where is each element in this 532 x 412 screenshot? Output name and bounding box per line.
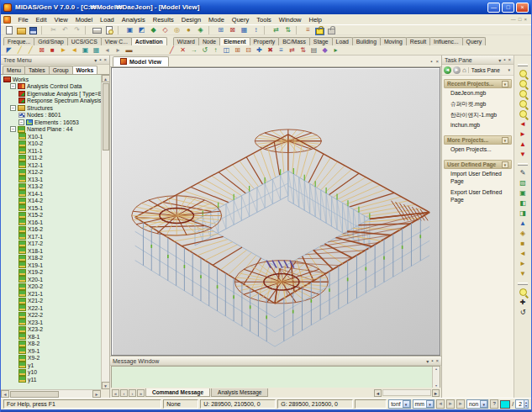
mdi-close-icon[interactable]: × <box>524 17 527 22</box>
collapse-icon[interactable]: − <box>18 119 24 125</box>
tree-item-plane[interactable]: y1 <box>1 362 101 369</box>
tree-item-plane[interactable]: X12-2 <box>1 169 101 177</box>
collapse-icon[interactable]: − <box>10 83 16 89</box>
pan-left-icon[interactable]: ◄ <box>517 119 529 129</box>
user-defined-page-link[interactable]: Import User Defined Page <box>444 169 512 188</box>
collapse-icon[interactable]: − <box>10 105 16 111</box>
toolbar-icon[interactable] <box>296 26 300 34</box>
activate-all-icon[interactable]: ⊠ <box>36 45 47 55</box>
user-defined-page-link[interactable]: Export User Defined Page <box>444 188 512 206</box>
tree-item-plane[interactable]: X10-1 <box>1 133 101 140</box>
tree-item-plane[interactable]: X17-1 <box>1 233 101 240</box>
element-table-icon[interactable]: ▤ <box>308 45 319 55</box>
toolbar-tab[interactable]: Load <box>332 37 353 45</box>
zoom-window-icon[interactable]: ◎ <box>171 25 182 34</box>
section-collapse-icon[interactable]: ▾ <box>502 161 508 168</box>
toolbar-tab[interactable]: Building <box>352 37 381 45</box>
node-snap-icon[interactable]: ⊞ <box>215 25 226 34</box>
display-node-icon[interactable]: ◨ <box>517 209 529 219</box>
tree-item-plane[interactable]: X17-2 <box>1 240 101 248</box>
lock-unlocked-icon[interactable] <box>316 29 324 34</box>
length-unit-select[interactable]: mm ▾ <box>413 399 435 409</box>
message-horizontal-scrollbar[interactable] <box>382 389 431 396</box>
tree-item-eigenvalue[interactable]: Eigenvalue Analysis [ Type=E <box>1 90 101 98</box>
left-view-icon[interactable]: ◄ <box>517 249 529 259</box>
tree-item-structures[interactable]: − Structures <box>1 104 101 112</box>
tree-item-elements[interactable]: − Elements : 16053 <box>1 119 101 126</box>
iso-view-icon[interactable]: ◈ <box>517 229 529 239</box>
toolbar-tab[interactable]: Activation <box>131 37 167 45</box>
tree-item-plane[interactable]: X19-2 <box>1 269 101 277</box>
front-view-icon[interactable]: ▼ <box>517 269 529 279</box>
toolbar-icon[interactable] <box>208 26 213 34</box>
pan-down-icon[interactable]: ▼ <box>517 150 529 160</box>
angle-unit-select[interactable]: non ▾ <box>466 399 488 409</box>
tree-item-plane[interactable]: X16-2 <box>1 226 101 234</box>
open-projects-link[interactable]: Open Projects... <box>444 145 512 156</box>
deactivate-icon[interactable]: ╱ <box>25 45 36 55</box>
strip-pin-icon[interactable]: ▪ <box>430 59 432 64</box>
scroll-thumb[interactable] <box>103 83 109 151</box>
query-element-icon[interactable]: ◆ <box>319 45 330 55</box>
divide-element-icon[interactable]: ⊞ <box>232 45 243 55</box>
lock-locked-icon[interactable] <box>328 29 335 34</box>
renumber-element-icon[interactable]: ⇄ <box>287 45 298 55</box>
menu-item[interactable]: File <box>14 16 32 24</box>
prev-tab-icon[interactable]: ‹ <box>120 389 128 397</box>
pan-right-icon[interactable]: ► <box>517 129 529 140</box>
unit-play-button[interactable]: ► <box>456 399 465 409</box>
toolbar-tab[interactable]: Freque... <box>3 37 34 45</box>
pan-up-icon[interactable]: ▲ <box>517 140 529 150</box>
tree-item-plane[interactable]: X18-2 <box>1 255 101 262</box>
select-single-icon[interactable]: ▣ <box>124 25 135 34</box>
toolbar-tab[interactable]: UCS/GCS <box>67 37 102 45</box>
view-prev-icon[interactable]: ⇄ <box>271 25 282 34</box>
close-button[interactable]: × <box>516 3 529 13</box>
tab-analysis-message[interactable]: Analysis Message <box>211 388 268 397</box>
rotate-element-icon[interactable]: ↺ <box>199 45 210 55</box>
tab-command-message[interactable]: Command Message <box>145 388 210 397</box>
tree-item-plane[interactable]: X21-2 <box>1 298 101 305</box>
unit-prev-button[interactable]: ◄ <box>436 399 445 409</box>
panel-dropdown-icon[interactable]: ▾ <box>498 57 501 63</box>
select-window-icon[interactable]: ◩ <box>136 25 147 34</box>
first-tab-icon[interactable]: « <box>112 389 119 397</box>
force-unit-select[interactable]: tonf ▾ <box>388 399 410 409</box>
tree-item-plane[interactable]: y10 <box>1 369 101 377</box>
view-next-icon[interactable]: ⇅ <box>282 25 293 34</box>
scroll-right-icon[interactable]: ► <box>92 390 101 398</box>
zoom-in-icon[interactable] <box>517 79 529 89</box>
stage-toggle-icon[interactable]: ≡ <box>303 25 313 34</box>
toolbar-icon[interactable] <box>264 26 268 34</box>
tree-tab[interactable]: Works <box>72 66 98 74</box>
tree-item-plane[interactable]: X14-2 <box>1 198 101 205</box>
mdi-restore-icon[interactable]: □ <box>519 17 522 22</box>
scroll-right-icon[interactable]: ► <box>432 389 440 397</box>
section-recent-projects[interactable]: Recent Projects... ▾ <box>444 79 512 88</box>
redraw-right-icon[interactable]: ▸ <box>113 45 124 55</box>
active-highlight-icon[interactable]: ▣ <box>80 45 91 55</box>
section-collapse-icon[interactable]: ▾ <box>502 137 508 144</box>
select-all-icon[interactable]: ◆ <box>148 25 159 34</box>
mdi-minimize-icon[interactable]: — <box>511 17 516 22</box>
create-element-icon[interactable]: ╱ <box>166 45 177 55</box>
panel-close-icon[interactable]: × <box>103 57 107 63</box>
swap-element-icon[interactable]: ⇅ <box>298 45 308 55</box>
spin-down-icon[interactable]: ▾ <box>525 404 527 408</box>
scroll-up-icon[interactable]: ▴ <box>433 367 440 371</box>
menu-item[interactable]: Tools <box>253 16 276 24</box>
mirror-element-icon[interactable]: ◫ <box>221 45 232 55</box>
recent-project-link[interactable]: inchun.mgb <box>444 120 512 131</box>
menu-item[interactable]: Mode <box>205 16 229 24</box>
tree-item-plane[interactable]: X13-2 <box>1 183 101 191</box>
tree-item-plane[interactable]: X14-1 <box>1 190 101 198</box>
ortho-toggle-icon[interactable]: ↕ <box>250 25 261 34</box>
menu-item[interactable]: Load <box>97 16 119 24</box>
zoom-fit-icon[interactable] <box>517 99 529 109</box>
scroll-up-icon[interactable]: ▲ <box>102 75 110 82</box>
tree-item-plane[interactable]: X9-2 <box>1 355 101 362</box>
tree-vertical-scrollbar[interactable]: ▲ ▼ <box>101 75 109 389</box>
task-pane-selector[interactable]: Tasks Pane ▾ <box>468 67 512 73</box>
maximize-button[interactable]: □ <box>502 3 514 13</box>
toolbar-icon[interactable] <box>118 26 122 34</box>
